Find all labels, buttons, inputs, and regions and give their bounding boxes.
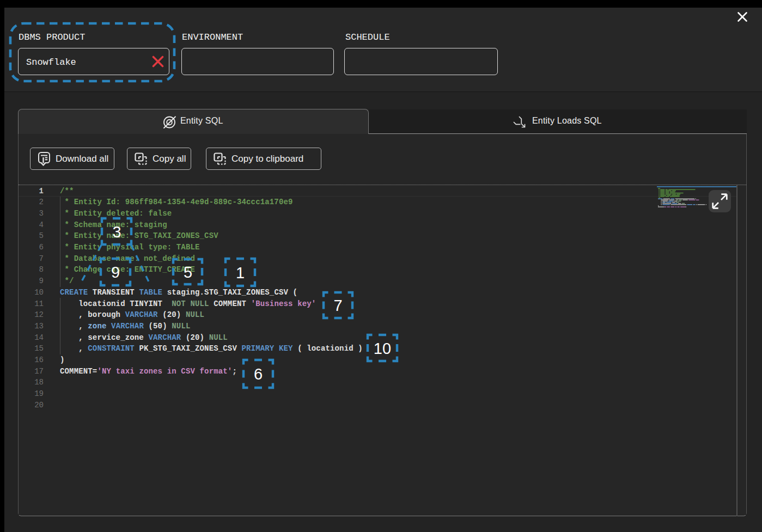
svg-text:6: 6 [254,365,263,383]
svg-text:9: 9 [111,264,120,281]
svg-text:5: 5 [184,264,192,281]
svg-text:1: 1 [236,264,245,282]
svg-text:3: 3 [112,223,121,241]
svg-text:7: 7 [333,297,342,314]
svg-text:10: 10 [374,340,391,357]
